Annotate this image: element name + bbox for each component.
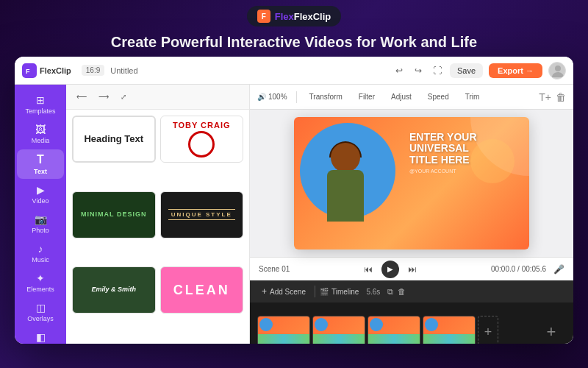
skip-fwd-button[interactable]: ⏭: [405, 262, 420, 277]
sidebar-label-media: Media: [32, 137, 50, 144]
template-card-unique[interactable]: UNIQUE STYLE: [160, 191, 244, 238]
toby-circle: [188, 131, 215, 158]
filmstrip-clips: +: [257, 316, 534, 344]
playback-volume-btn[interactable]: 🎤: [553, 264, 564, 275]
transform-button[interactable]: Transform: [306, 91, 346, 102]
person-figure: [312, 139, 379, 242]
canvas-subtitle: @YOUR ACCOUNT: [409, 169, 523, 174]
timeline-bar: + Add Scene 🎬 Timeline 5.6s ⧉ 🗑: [250, 280, 573, 302]
text-icon: T: [37, 153, 44, 166]
template-card-heading[interactable]: Heading Text: [72, 116, 156, 163]
adjust-button[interactable]: Adjust: [387, 91, 415, 102]
template-heading-text: Heading Text: [84, 134, 143, 144]
filmstrip-area: + +: [250, 302, 573, 344]
app-container: F FlexClip 16:9 Untitled ↩ ↪ ⛶ Save Expo…: [15, 57, 573, 344]
speed-button[interactable]: Speed: [424, 91, 453, 102]
toolbar-right: T+ 🗑: [539, 91, 566, 103]
elements-icon: ✦: [36, 272, 45, 284]
template-card-clean[interactable]: CLEAN: [160, 266, 244, 314]
playback-bar: Scene 01 ⏮ ▶ ⏭ 00:00.0 / 00:05.6 🎤: [250, 257, 573, 280]
person-head: [331, 143, 360, 172]
minimal-text: MINIMAL DESIGN: [81, 210, 146, 219]
music-icon: ♪: [38, 243, 43, 255]
logo-badge: F FlexFlexClip: [247, 6, 342, 26]
sidebar: ⊞ Templates 🖼 Media T Text ▶ Video 📷 Pho…: [15, 85, 66, 344]
add-scene-icon: +: [262, 286, 267, 297]
clip-circle-2: [315, 318, 328, 331]
template-card-toby[interactable]: TOBY CRAIG: [160, 116, 244, 163]
ratio-badge: 16:9: [82, 65, 104, 76]
toby-name-text: TOBY CRAIG: [173, 121, 231, 130]
canvas-title-line2: UNIVERSAL: [409, 143, 523, 154]
add-scene-button[interactable]: + Add Scene: [257, 284, 310, 299]
page-headline: Create Powerful Interactive Videos for W…: [111, 29, 477, 57]
toby-content: TOBY CRAIG: [173, 121, 231, 158]
editor-area: 🔊 100% Transform Filter Adjust Speed Tri…: [250, 85, 573, 344]
sidebar-item-text[interactable]: T Text: [17, 149, 64, 179]
delete-icon[interactable]: 🗑: [556, 91, 566, 103]
templates-grid: Heading Text TOBY CRAIG MINIMAL DESIGN U…: [66, 110, 249, 344]
panel-toolbar: ⟵ ⟶ ⤢: [66, 85, 249, 110]
overlays-icon: ◫: [36, 302, 46, 314]
video-canvas[interactable]: ENTER YOUR UNIVERSAL TITLE HERE @YOUR AC…: [294, 117, 529, 250]
filter-button[interactable]: Filter: [355, 91, 379, 102]
sidebar-item-templates[interactable]: ⊞ Templates: [17, 91, 64, 118]
tl-copy-icon[interactable]: ⧉: [387, 287, 393, 297]
timeline-duration: 5.6s: [366, 288, 380, 296]
clip-audio-1: [258, 334, 309, 344]
playback-time: 00:00.0 / 00:05.6: [491, 265, 546, 273]
clip-thumb-1[interactable]: [257, 316, 310, 344]
sidebar-item-video[interactable]: ▶ Video: [17, 180, 64, 208]
panel-tool-2[interactable]: ⟶: [96, 91, 112, 102]
sidebar-label-video: Video: [32, 197, 49, 205]
sidebar-item-overlays[interactable]: ◫ Overlays: [17, 298, 64, 326]
export-button[interactable]: Export →: [489, 63, 542, 78]
top-bar: F FlexFlexClip: [0, 0, 588, 29]
add-text-icon[interactable]: T+: [539, 91, 551, 103]
project-name: Untitled: [110, 66, 137, 75]
canvas-title: ENTER YOUR UNIVERSAL TITLE HERE @YOUR AC…: [409, 132, 523, 174]
sidebar-item-elements[interactable]: ✦ Elements: [17, 269, 64, 297]
avatar[interactable]: [548, 62, 566, 79]
volume-pct: 100%: [268, 93, 287, 101]
sidebar-item-photo[interactable]: 📷 Photo: [17, 210, 64, 238]
sidebar-item-bkground[interactable]: ◧ BKground: [17, 328, 64, 344]
timeline-icon: 🎬: [320, 288, 329, 296]
clip-thumb-4[interactable]: [423, 316, 476, 344]
app-logo-text-small: FlexClip: [40, 66, 71, 75]
template-card-minimal[interactable]: MINIMAL DESIGN: [72, 191, 156, 238]
clip-thumb-3[interactable]: [368, 316, 420, 344]
person-body: [327, 170, 364, 222]
canvas-person: [294, 124, 397, 242]
undo-icon[interactable]: ↩: [392, 64, 406, 77]
play-button[interactable]: ▶: [381, 261, 399, 278]
redo-icon[interactable]: ↪: [412, 64, 425, 77]
media-icon: 🖼: [35, 124, 46, 135]
trim-button[interactable]: Trim: [462, 91, 484, 102]
volume-control[interactable]: 🔊 100%: [257, 93, 287, 101]
sidebar-item-music[interactable]: ♪ Music: [17, 239, 64, 267]
add-scene-right-button[interactable]: +: [537, 316, 566, 344]
app-header: F FlexClip 16:9 Untitled ↩ ↪ ⛶ Save Expo…: [15, 57, 573, 85]
video-icon: ▶: [37, 184, 45, 196]
logo-icon: F: [257, 10, 270, 23]
add-clip-button[interactable]: +: [478, 316, 498, 344]
fullscreen-icon[interactable]: ⛶: [431, 64, 444, 77]
save-button[interactable]: Save: [450, 63, 483, 78]
tl-divider-1: [315, 286, 315, 297]
panel-tool-3[interactable]: ⤢: [118, 91, 129, 102]
tl-delete-icon[interactable]: 🗑: [398, 287, 406, 296]
photo-icon: 📷: [35, 213, 47, 225]
timeline-label: Timeline: [331, 288, 359, 296]
sidebar-label-templates: Templates: [25, 107, 55, 115]
timeline-button[interactable]: 🎬 Timeline: [320, 288, 359, 296]
clip-thumb-2[interactable]: [312, 316, 365, 344]
svg-text:F: F: [26, 68, 30, 75]
template-card-emily[interactable]: Emily & Smith: [72, 266, 156, 314]
panel-tool-1[interactable]: ⟵: [74, 91, 90, 102]
app-body: ⊞ Templates 🖼 Media T Text ▶ Video 📷 Pho…: [15, 85, 573, 344]
sidebar-item-media[interactable]: 🖼 Media: [17, 120, 64, 148]
skip-back-button[interactable]: ⏮: [361, 262, 376, 277]
app-logo: F FlexClip: [22, 63, 71, 78]
sidebar-label-overlays: Overlays: [27, 315, 54, 322]
